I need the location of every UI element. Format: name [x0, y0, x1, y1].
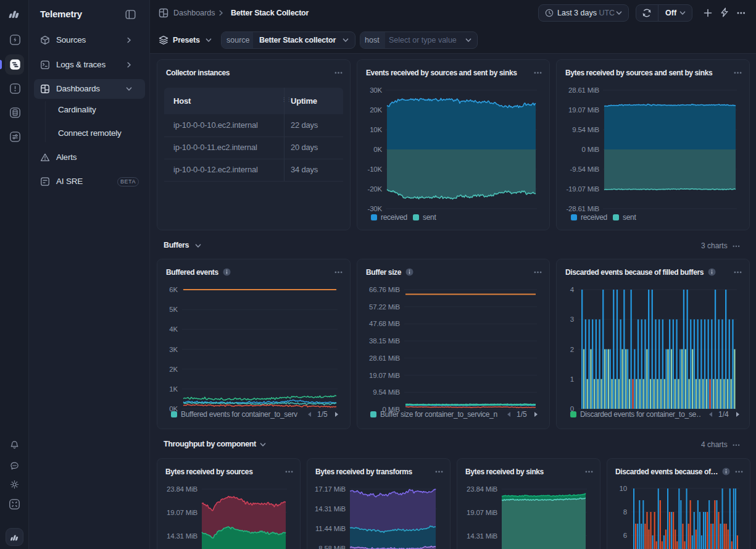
svg-text:6: 6 — [623, 532, 627, 539]
svg-text:10: 10 — [620, 485, 627, 492]
svg-text:8: 8 — [623, 508, 627, 516]
